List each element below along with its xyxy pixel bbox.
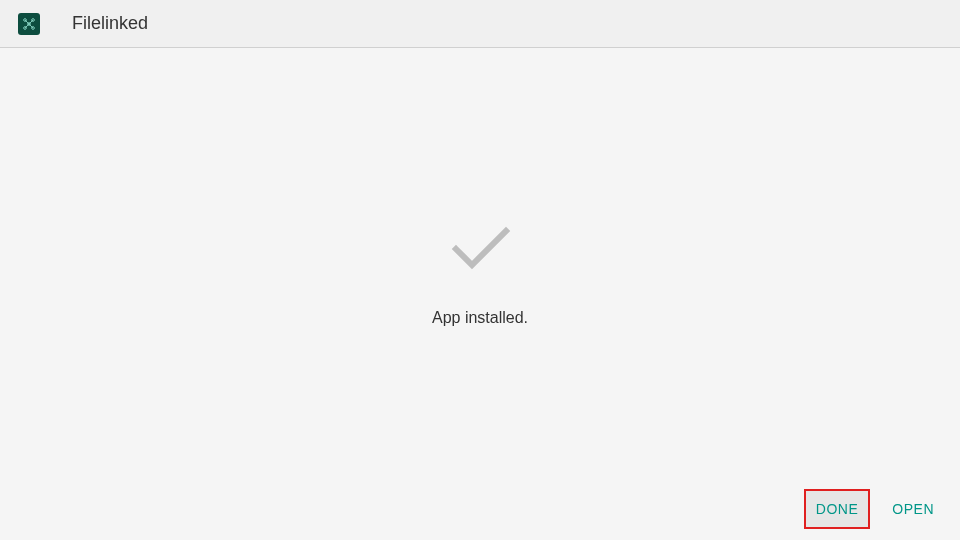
svg-line-7 <box>25 24 29 28</box>
svg-line-8 <box>29 24 33 28</box>
done-button[interactable]: DONE <box>806 491 868 527</box>
app-icon <box>18 13 40 35</box>
header-bar: Filelinked <box>0 0 960 48</box>
install-status: App installed. <box>432 219 528 327</box>
svg-line-5 <box>25 20 29 24</box>
open-button[interactable]: OPEN <box>882 491 944 527</box>
button-bar: DONE OPEN <box>806 491 944 527</box>
app-title: Filelinked <box>72 13 148 34</box>
svg-line-6 <box>29 20 33 24</box>
main-content: App installed. DONE OPEN <box>0 48 960 540</box>
status-text: App installed. <box>432 309 528 327</box>
checkmark-icon <box>444 219 516 275</box>
